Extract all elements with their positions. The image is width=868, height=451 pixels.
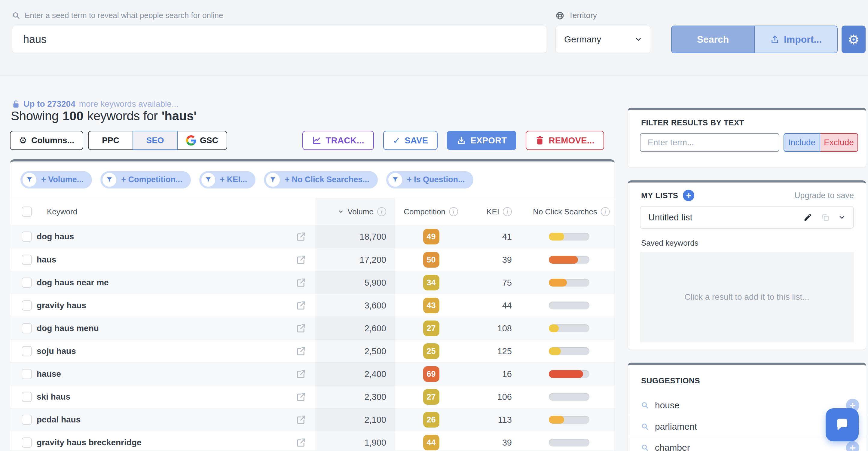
row-checkbox[interactable]	[22, 300, 32, 310]
info-icon[interactable]: i	[601, 207, 610, 216]
kei-value: 39	[502, 438, 512, 448]
toolbar: ⚙ Columns... PPC SEO GSC TRACK... ✓ SAVE…	[10, 130, 614, 150]
row-checkbox[interactable]	[22, 277, 32, 288]
external-link-icon[interactable]	[296, 277, 306, 288]
title-prefix: Showing	[11, 109, 59, 123]
volume-value: 18,700	[360, 232, 386, 242]
row-checkbox[interactable]	[22, 438, 32, 448]
search-icon	[641, 423, 649, 430]
title-term: 'haus'	[162, 109, 196, 123]
row-checkbox[interactable]	[22, 392, 32, 402]
no-click-searches-bar	[549, 416, 589, 424]
add-list-button[interactable]: +	[683, 190, 694, 201]
row-checkbox[interactable]	[22, 255, 32, 265]
list-selector[interactable]: Untitled list	[640, 206, 854, 229]
table-row[interactable]: hause 2,400 69 16	[10, 362, 615, 385]
settings-button[interactable]: ⚙	[842, 26, 866, 53]
column-kei[interactable]: KEI i	[467, 198, 523, 225]
info-icon[interactable]: i	[503, 207, 512, 216]
filter-chip-kei[interactable]: + KEI...	[199, 171, 256, 188]
row-checkbox[interactable]	[22, 323, 32, 333]
competition-badge: 27	[423, 389, 439, 405]
seed-input[interactable]	[12, 26, 547, 53]
external-link-icon[interactable]	[296, 300, 306, 310]
saved-keywords-label: Saved keywords	[641, 238, 699, 248]
chevron-down-icon[interactable]	[838, 214, 845, 221]
empty-hint: Click a result to add it to this list...	[684, 292, 809, 302]
table-row[interactable]: dog haus near me 5,900 34 75	[10, 271, 615, 294]
keywords-available-banner[interactable]: Up to 273204 more keywords available...	[12, 99, 179, 109]
track-button[interactable]: TRACK...	[302, 131, 374, 150]
row-checkbox[interactable]	[22, 232, 32, 242]
export-button[interactable]: EXPORT	[447, 131, 516, 150]
external-link-icon[interactable]	[296, 232, 306, 242]
filter-chips-row: + Volume... + Competition... + KEI... + …	[10, 161, 615, 198]
territory-select[interactable]: Germany	[555, 26, 651, 53]
territory-value: Germany	[564, 34, 601, 44]
table-row[interactable]: dog haus 18,700 49 41	[10, 225, 615, 248]
row-checkbox[interactable]	[22, 346, 32, 356]
remove-button[interactable]: REMOVE...	[526, 131, 604, 150]
copy-icon[interactable]	[821, 213, 830, 222]
table-row[interactable]: pedal haus 2,100 26 113	[10, 408, 615, 431]
external-link-icon[interactable]	[296, 369, 306, 379]
column-volume[interactable]: Volume i	[315, 198, 395, 225]
table-row[interactable]: ski haus 2,300 27 106	[10, 385, 615, 408]
external-link-icon[interactable]	[296, 323, 306, 333]
columns-button[interactable]: ⚙ Columns...	[10, 131, 83, 150]
import-button[interactable]: Import...	[754, 26, 837, 53]
filter-term-input[interactable]	[640, 133, 779, 152]
info-icon[interactable]: i	[449, 207, 458, 216]
external-link-icon[interactable]	[296, 346, 306, 356]
table-row[interactable]: dog haus menu 2,600 27 108	[10, 317, 615, 339]
select-all-checkbox[interactable]	[22, 207, 32, 217]
external-link-icon[interactable]	[296, 255, 306, 265]
row-checkbox[interactable]	[22, 415, 32, 425]
external-link-icon[interactable]	[296, 392, 306, 402]
search-button[interactable]: Search	[672, 26, 754, 53]
external-link-icon[interactable]	[296, 415, 306, 425]
seed-field-label: Enter a seed term to reveal what people …	[12, 11, 223, 20]
filter-chip-volume[interactable]: + Volume...	[21, 171, 92, 188]
filter-chip-competition[interactable]: + Competition...	[100, 171, 191, 188]
no-click-searches-bar	[549, 256, 589, 264]
competition-badge: 69	[423, 366, 439, 382]
table-row[interactable]: gravity haus breckenridge 1,900 44 39	[10, 431, 615, 451]
tab-ppc[interactable]: PPC	[88, 131, 133, 150]
include-button[interactable]: Include	[783, 133, 820, 152]
column-no-click-searches[interactable]: No Click Searches i	[523, 198, 615, 225]
filter-panel-title: FILTER RESULTS BY TEXT	[641, 118, 744, 127]
save-button[interactable]: ✓ SAVE	[383, 131, 438, 150]
keyword-text: dog haus menu	[37, 324, 99, 333]
tab-seo[interactable]: SEO	[132, 131, 178, 150]
upload-icon	[770, 35, 780, 44]
kei-value: 113	[498, 415, 512, 425]
gear-icon: ⚙	[847, 32, 859, 47]
add-suggestion-button[interactable]: +	[846, 441, 859, 451]
volume-value: 2,100	[364, 415, 386, 425]
column-keyword[interactable]: Keyword	[47, 207, 77, 216]
table-row[interactable]: haus 17,200 50 39	[10, 248, 615, 271]
keyword-text: soju haus	[37, 347, 76, 356]
table-row[interactable]: soju haus 2,500 25 125	[10, 339, 615, 362]
competition-badge: 27	[423, 321, 439, 336]
table-row[interactable]: gravity haus 3,600 43 44	[10, 294, 615, 317]
volume-value: 2,500	[364, 347, 386, 356]
keyword-text: pedal haus	[37, 415, 81, 425]
tab-gsc[interactable]: GSC	[177, 131, 227, 150]
gear-icon: ⚙	[19, 136, 27, 145]
column-competition[interactable]: Competition i	[395, 198, 467, 225]
edit-pencil-icon[interactable]	[803, 213, 812, 222]
info-icon[interactable]: i	[377, 207, 386, 216]
exclude-button[interactable]: Exclude	[820, 133, 858, 152]
filter-chip-is-question[interactable]: + Is Question...	[386, 171, 473, 188]
external-link-icon[interactable]	[296, 438, 306, 448]
title-mid: keywords for	[87, 109, 157, 123]
chat-launcher-button[interactable]	[826, 408, 859, 441]
kei-value: 106	[497, 392, 512, 402]
filter-chip-no-click-searches[interactable]: + No Click Searches...	[264, 171, 377, 188]
upgrade-to-save-link[interactable]: Upgrade to save	[794, 191, 854, 200]
globe-icon	[555, 11, 564, 20]
competition-badge: 50	[423, 252, 439, 268]
row-checkbox[interactable]	[22, 369, 32, 379]
